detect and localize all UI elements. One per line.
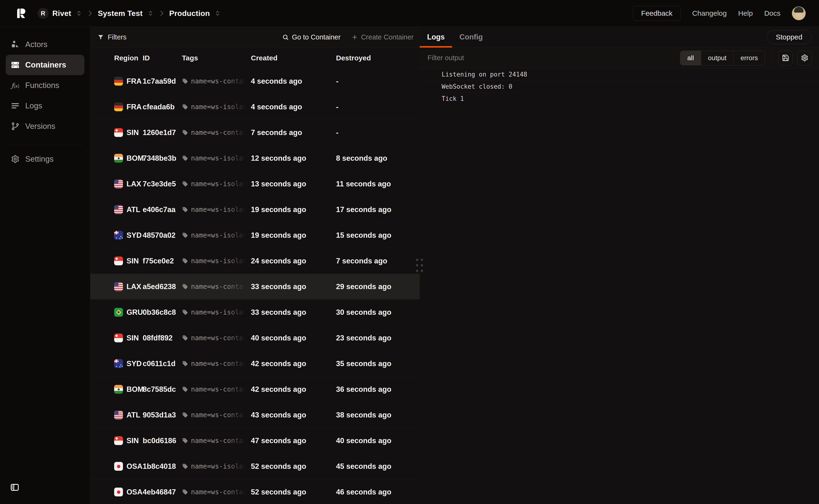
table-row[interactable]: BOM 7348be3b name=ws-isolate 12 seconds …	[90, 145, 420, 171]
tag-value: name=ws-isolate	[191, 308, 248, 316]
region-cell: OSA	[114, 488, 143, 496]
table-row[interactable]: BOM 8c7585dc name=ws-container 42 second…	[90, 377, 420, 402]
tag-value: name=ws-container	[191, 437, 248, 445]
table-row[interactable]: SYD c0611c1d name=ws-container 42 second…	[90, 351, 420, 377]
region-flag-icon	[114, 308, 123, 317]
sidebar-item-actors[interactable]: Actors	[6, 34, 84, 55]
table-row[interactable]: SIN 08fdf892 name=ws-container 40 second…	[90, 325, 420, 351]
feedback-button[interactable]: Feedback	[633, 6, 681, 21]
chevron-right-icon	[158, 10, 166, 17]
table-row[interactable]: OSA 4eb46847 name=ws-container 52 second…	[90, 479, 420, 504]
breadcrumb-org[interactable]: R Rivet	[38, 8, 83, 19]
log-filter-segment-errors[interactable]: errors	[733, 51, 765, 65]
tag-icon	[182, 258, 188, 264]
tag-value: name=ws-isolate	[191, 180, 248, 188]
goto-container-button[interactable]: Go to Container	[282, 33, 341, 41]
log-line[interactable]: Tick 1	[420, 93, 819, 105]
sidebar-item-logs[interactable]: Logs	[6, 96, 84, 116]
log-filter-input[interactable]	[420, 48, 673, 68]
region-code: GRU	[127, 308, 143, 317]
table-row[interactable]: FRA 1c7aa59d name=ws-container 4 seconds…	[90, 68, 420, 94]
sidebar-item-versions[interactable]: Versions	[6, 116, 84, 136]
region-code: SIN	[127, 128, 139, 137]
sidebar-item-functions[interactable]: ƒ(x) Functions	[6, 75, 84, 96]
log-settings-button[interactable]	[797, 51, 812, 65]
created-time: 4 seconds ago	[251, 103, 336, 111]
table-row[interactable]: SYD 48570a02 name=ws-isolate 19 seconds …	[90, 223, 420, 248]
link-docs[interactable]: Docs	[764, 9, 780, 17]
table-row[interactable]: SIN f75ce0e2 name=ws-isolate 24 seconds …	[90, 248, 420, 274]
region-cell: ATL	[114, 205, 143, 214]
tag-value: name=ws-isolate	[191, 462, 248, 470]
destroyed-time: -	[336, 128, 420, 137]
user-avatar[interactable]	[792, 6, 806, 20]
container-id: 1b8c4018	[143, 462, 182, 471]
container-id: 8c7585dc	[143, 385, 182, 394]
container-detail-pane: Logs Config Stopped alloutputerrors	[420, 27, 819, 504]
region-flag-icon	[114, 411, 123, 419]
status-badge: Stopped	[767, 30, 811, 44]
tab-config[interactable]: Config	[452, 27, 490, 47]
tag-icon	[182, 283, 188, 290]
created-time: 19 seconds ago	[251, 231, 336, 240]
region-cell: FRA	[114, 77, 143, 86]
table-row[interactable]: OSA 1b8c4018 name=ws-isolate 52 seconds …	[90, 454, 420, 479]
region-code: SIN	[127, 257, 139, 265]
tag-value: name=ws-isolate	[191, 206, 248, 213]
actors-icon	[11, 40, 19, 49]
created-time: 42 seconds ago	[251, 385, 336, 394]
container-id: 9053d1a3	[143, 411, 182, 419]
tag-icon	[182, 489, 188, 495]
container-id: 1260e1d7	[143, 128, 182, 137]
table-row[interactable]: SIN 1260e1d7 name=ws-container 7 seconds…	[90, 120, 420, 145]
create-container-button[interactable]: Create Container	[351, 33, 414, 41]
tag-icon	[182, 463, 188, 470]
region-flag-icon	[114, 128, 123, 137]
created-time: 40 seconds ago	[251, 334, 336, 342]
breadcrumb-environment[interactable]: Production	[169, 9, 221, 18]
link-help[interactable]: Help	[738, 9, 753, 17]
breadcrumb: R Rivet System Test Production	[38, 8, 221, 19]
tags-cell: name=ws-container	[182, 437, 251, 445]
region-code: ATL	[127, 411, 140, 419]
container-id: 08fdf892	[143, 334, 182, 342]
sidebar-item-containers[interactable]: Containers	[6, 55, 84, 75]
table-row[interactable]: ATL 9053d1a3 name=ws-container 43 second…	[90, 402, 420, 428]
save-logs-button[interactable]	[778, 51, 793, 65]
filters-label: Filters	[108, 33, 127, 41]
region-code: FRA	[127, 77, 142, 86]
gear-icon	[11, 155, 19, 163]
search-icon	[282, 34, 289, 40]
table-row[interactable]: ATL e406c7aa name=ws-isolate 19 seconds …	[90, 197, 420, 223]
log-level-section: alloutputerrors	[673, 48, 771, 68]
log-line[interactable]: WebSocket closed: 0	[420, 81, 819, 93]
tags-cell: name=ws-container	[182, 360, 251, 368]
log-filter-segment-output[interactable]: output	[701, 51, 733, 65]
plus-icon	[351, 34, 358, 40]
sidebar: Actors Containers ƒ(x) Functions Logs	[0, 27, 90, 504]
table-row[interactable]: SIN bc0d6186 name=ws-container 47 second…	[90, 428, 420, 454]
destroyed-time: 7 seconds ago	[336, 257, 420, 265]
table-row[interactable]: LAX a5ed6238 name=ws-container 33 second…	[90, 274, 420, 300]
topbar: R Rivet System Test Production	[0, 0, 819, 27]
log-filter-segment-all[interactable]: all	[680, 51, 701, 65]
tags-cell: name=ws-container	[182, 77, 251, 85]
log-filterbar: alloutputerrors	[420, 48, 819, 68]
breadcrumb-project[interactable]: System Test	[98, 9, 154, 18]
table-row[interactable]: GRU 0b36c8c8 name=ws-isolate 33 seconds …	[90, 300, 420, 325]
org-avatar: R	[38, 8, 49, 19]
panel-resize-handle[interactable]	[416, 259, 423, 272]
save-icon	[782, 54, 789, 62]
log-line[interactable]: Listening on port 24148	[420, 68, 819, 81]
sidebar-item-settings[interactable]: Settings	[6, 149, 84, 169]
containers-icon	[11, 61, 19, 69]
region-code: SIN	[127, 436, 139, 445]
link-changelog[interactable]: Changelog	[692, 9, 727, 17]
region-flag-icon	[114, 231, 123, 240]
filters-button[interactable]: Filters	[97, 33, 127, 41]
sidebar-collapse-button[interactable]	[10, 483, 19, 492]
tab-logs[interactable]: Logs	[420, 27, 452, 47]
table-row[interactable]: LAX 7c3e3de5 name=ws-isolate 13 seconds …	[90, 171, 420, 197]
tag-value: name=ws-container	[191, 488, 248, 496]
table-row[interactable]: FRA cfeada6b name=ws-isolate 4 seconds a…	[90, 94, 420, 120]
